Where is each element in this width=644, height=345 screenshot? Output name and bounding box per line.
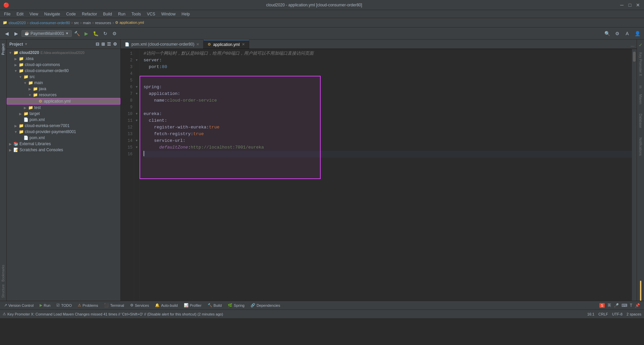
breadcrumb-order80[interactable]: cloud-consumer-order80	[30, 21, 70, 25]
key-promoter-panel[interactable]: Key Promoter X	[638, 50, 643, 79]
bookmarks-toggle[interactable]: Bookmarks	[1, 264, 6, 283]
tree-label-pom2: pom.xml	[30, 135, 45, 140]
settings2-button[interactable]: ⚙	[613, 30, 621, 38]
tree-item-idea[interactable]: ▶ 📁 .idea	[7, 56, 120, 62]
tree-item-test[interactable]: ▶ 📁 test	[7, 105, 120, 111]
menu-window[interactable]: Window	[159, 11, 178, 17]
tree-item-java[interactable]: ▶ 📁 java	[7, 86, 120, 92]
breadcrumb-cloud2020[interactable]: cloud2020	[9, 21, 26, 25]
run-button[interactable]: ▶	[83, 30, 91, 38]
tab-pom-close[interactable]: ✕	[196, 42, 199, 47]
tab-run[interactable]: ▶ Run	[37, 302, 53, 309]
status-message: Key Promoter X: Command Load Maven Chang…	[7, 312, 586, 316]
tab-yml-label: application.yml	[213, 42, 239, 47]
tree-item-ext-libs[interactable]: ▶ 📚 External Libraries	[7, 141, 120, 147]
code-text-10: eureka:	[144, 111, 162, 117]
charset[interactable]: UTF-8	[612, 312, 623, 316]
tree-item-application-yml[interactable]: ⚙ application.yml	[7, 98, 120, 105]
tab-yml-close[interactable]: ✕	[242, 42, 245, 47]
menu-tools[interactable]: Tools	[129, 11, 144, 17]
scroll-from-source-button[interactable]: ⊞	[101, 42, 106, 47]
minimize-button[interactable]: ─	[619, 2, 625, 8]
menu-refactor[interactable]: Refactor	[79, 11, 100, 17]
tree-label-idea: .idea	[25, 56, 34, 61]
structure-toggle[interactable]: Structure	[1, 283, 6, 299]
cursor-position[interactable]: 16:1	[587, 312, 594, 316]
tree-item-cloud2020[interactable]: ▼ 📁 cloud2020 E:/idea-workspace/cloud202…	[7, 50, 120, 56]
tab-profiler[interactable]: 📊 Profiler	[181, 302, 204, 309]
refresh-button[interactable]: ↻	[101, 30, 109, 38]
editor-scrollbar[interactable]	[632, 49, 637, 301]
build-project-button[interactable]: 🔨	[73, 30, 81, 38]
expand-icon: ▶	[13, 57, 18, 61]
close-button[interactable]: ✕	[635, 2, 641, 8]
nav-back-button[interactable]: ◀	[3, 30, 11, 38]
code-line-5	[144, 77, 632, 84]
inspection-checkmark[interactable]: ✓	[638, 41, 643, 49]
code-text-15b: :	[188, 144, 191, 151]
tree-item-main[interactable]: ▼ 📁 main	[7, 80, 120, 86]
code-text-6: spring:	[144, 84, 162, 91]
code-editor[interactable]: 1 2 3 4 5 6 7 8 9 10 11 12 13 14 15 16 ▼	[121, 49, 637, 301]
run-config-selector[interactable]: ☕ PaymentMain8001 ▼	[21, 30, 72, 37]
project-dropdown-icon[interactable]: ▼	[24, 42, 28, 46]
app-icon: 🔴	[3, 2, 9, 8]
tree-item-pom2[interactable]: 📄 pom.xml	[7, 135, 120, 141]
tab-services[interactable]: ⚙ Services	[127, 302, 152, 309]
tab-problems[interactable]: ⚠ Problems	[75, 302, 101, 309]
notifications-panel[interactable]: Notifications	[638, 135, 643, 158]
maven-panel[interactable]: m	[638, 83, 643, 91]
pin-indicator: 📌	[635, 303, 640, 308]
menu-run[interactable]: Run	[115, 11, 128, 17]
maven-panel2[interactable]: Maven	[638, 92, 643, 107]
menu-build[interactable]: Build	[100, 11, 115, 17]
tab-dependencies[interactable]: 🔗 Dependencies	[248, 302, 283, 309]
tab-terminal[interactable]: ⬛ Terminal	[101, 302, 127, 309]
line-num-1: 1	[121, 50, 132, 57]
maximize-button[interactable]: □	[627, 2, 633, 8]
tab-version-control[interactable]: ↗ Version Control	[1, 302, 36, 309]
menu-view[interactable]: View	[27, 11, 41, 17]
menu-help[interactable]: Help	[179, 11, 193, 17]
panel-settings-icon[interactable]: ⚙	[112, 42, 118, 47]
tab-spring[interactable]: 🌿 Spring	[225, 302, 247, 309]
project-panel-toggle[interactable]: Project	[1, 42, 6, 56]
tree-item-api-commons[interactable]: ▶ 📁 cloud-api-commons	[7, 62, 120, 68]
tree-item-eureka7001[interactable]: ▶ 📁 cloud-eureka-server7001	[7, 123, 120, 129]
settings-icon[interactable]: ☰	[106, 42, 112, 47]
settings-button[interactable]: ⚙	[111, 30, 119, 38]
tree-item-target[interactable]: ▶ 📁 target	[7, 111, 120, 117]
tree-item-scratches[interactable]: ▶ 📝 Scratches and Consoles	[7, 147, 120, 153]
tab-auto-build[interactable]: 🔔 Auto-build	[152, 302, 180, 309]
menu-code[interactable]: Code	[63, 11, 78, 17]
menu-file[interactable]: File	[1, 11, 13, 17]
tab-application-yml[interactable]: ⚙ application.yml ✕	[204, 40, 249, 49]
line-ending[interactable]: CRLF	[598, 312, 608, 316]
tree-label-target: target	[30, 111, 40, 116]
translate-button[interactable]: A	[623, 30, 631, 38]
collapse-all-button[interactable]: ⊟	[95, 42, 100, 47]
debug-button[interactable]: 🐛	[92, 30, 100, 38]
tree-item-pom1[interactable]: 📄 pom.xml	[7, 117, 120, 123]
code-content-area[interactable]: #访问一个网站时，默认是80端口，给用户80端口，用户就可以不用加端口直接访问页…	[140, 49, 632, 301]
menu-vcs[interactable]: VCS	[144, 11, 158, 17]
nav-forward-button[interactable]: ▶	[12, 30, 20, 38]
database-panel[interactable]: Database	[638, 111, 643, 131]
auto-build-icon: 🔔	[155, 303, 160, 307]
code-text-12b: true	[209, 124, 219, 131]
tree-item-src[interactable]: ▼ 📁 src	[7, 74, 120, 80]
user-button[interactable]: 👤	[633, 30, 641, 38]
line-num-6: 6	[121, 84, 132, 91]
menu-edit[interactable]: Edit	[14, 11, 26, 17]
tree-item-order80[interactable]: ▼ 📁 cloud-consumer-order80	[7, 68, 120, 74]
tree-item-payment8001[interactable]: ▼ 📁 cloud-provider-payment8001	[7, 129, 120, 135]
tab-todo[interactable]: ☑ TODO	[54, 302, 74, 309]
expand-icon: ▶	[8, 148, 13, 152]
tab-more-button[interactable]: ⋯	[629, 44, 637, 49]
indent-setting[interactable]: 2 spaces	[627, 312, 641, 316]
tree-item-resources[interactable]: ▼ 📁 resources	[7, 92, 120, 98]
tab-pom-xml[interactable]: 📄 pom.xml (cloud-consumer-order80) ✕	[121, 40, 204, 49]
menu-navigate[interactable]: Navigate	[42, 11, 63, 17]
tab-build[interactable]: 🔨 Build	[205, 302, 224, 309]
search-button[interactable]: 🔍	[603, 30, 611, 38]
